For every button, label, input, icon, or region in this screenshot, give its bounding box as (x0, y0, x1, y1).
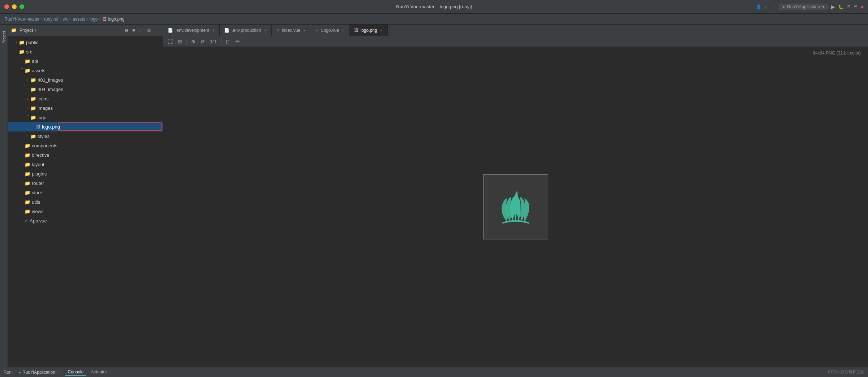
tab-index-vue-label: index.vue (282, 28, 300, 33)
tab-logo-vue-label: Logo.vue (321, 28, 339, 33)
user-icon[interactable]: 👤 (756, 4, 761, 9)
tab-env-dev-close[interactable]: × (211, 28, 215, 33)
close-button[interactable] (4, 4, 9, 9)
breadcrumb-sep-2: › (60, 17, 61, 22)
run-app-icon: ● (18, 370, 21, 374)
breadcrumb-ruoyi-ui[interactable]: ruoyi-ui (44, 17, 58, 22)
breadcrumb-assets[interactable]: assets (73, 17, 85, 22)
folder-401-icon: 📁 (30, 77, 36, 83)
bg-toggle-button[interactable]: ▢ (224, 38, 232, 45)
fit-all-button[interactable]: ⛶ (166, 38, 174, 45)
chevron-layout-icon: › (20, 162, 25, 166)
settings-icon[interactable]: ⚙ (147, 27, 151, 33)
traffic-lights (4, 4, 24, 9)
tab-logo-vue-close[interactable]: × (341, 28, 345, 33)
tree-label-directive: directive (32, 152, 49, 158)
tree-item-logo-png[interactable]: 🖼 logo.png (8, 122, 163, 131)
tab-actuator[interactable]: Actuator (88, 369, 110, 376)
tree-item-plugins[interactable]: › 📁 plugins (8, 169, 163, 178)
editor-area: 📄 .env.development × 📄 .env.production ×… (163, 25, 868, 367)
folder-logo-icon: 📁 (30, 115, 36, 120)
folder-images-icon: 📁 (30, 105, 36, 111)
main-layout: Project 📁 Project ▾ ⊕ ≡ ⇌ ⚙ — › 📁 (0, 25, 868, 367)
tab-logo-png-icon: 🖼 (354, 28, 358, 33)
debug-button[interactable]: 🐛 (838, 4, 843, 9)
tree-item-utils[interactable]: › 📁 utils (8, 197, 163, 207)
run-config-selector[interactable]: ● RuoYiApplication ▾ (779, 4, 828, 10)
tree-item-api[interactable]: › 📁 api (8, 56, 163, 66)
run-app-item[interactable]: ● RuoYiApplication × (18, 370, 59, 375)
profile-button[interactable]: ⏱ (846, 4, 851, 9)
tab-logo-png-label: logo.png (361, 28, 377, 33)
breadcrumb-logo-folder[interactable]: logo (90, 17, 98, 22)
chevron-logo-icon: › (26, 115, 30, 120)
tree-item-images[interactable]: › 📁 images (8, 103, 163, 113)
project-tab-label[interactable]: Project (0, 28, 8, 46)
image-toolbar: ⛶ ⊞ ⊕ ⊖ 1:1 ▢ ✏ (163, 36, 868, 47)
tree-item-logo-folder[interactable]: › 📁 logo (8, 113, 163, 122)
eyedropper-button[interactable]: ✏ (234, 38, 241, 45)
bottom-right-branding: CSDN @四氧和三铁 (828, 369, 864, 375)
tree-item-401-images[interactable]: › 📁 401_images (8, 75, 163, 84)
tree-item-directive[interactable]: › 📁 directive (8, 150, 163, 160)
more-button[interactable]: ☰ (854, 4, 858, 9)
image-info: 64x64 PNG (32-bit color) (813, 51, 861, 56)
breadcrumb-root[interactable]: RuoYi-Vue-master (4, 17, 40, 22)
tree-item-404-images[interactable]: › 📁 404_images (8, 84, 163, 94)
tree-item-views[interactable]: › 📁 views (8, 207, 163, 216)
tree-label-views: views (32, 209, 44, 214)
tree-label-logo-png: logo.png (42, 124, 60, 130)
tree-label-icons: icons (38, 96, 48, 101)
tree-item-layout[interactable]: › 📁 layout (8, 160, 163, 169)
folder-icon: 📁 (11, 27, 17, 33)
title-bar-right: 👤 ← → ● RuoYiApplication ▾ ▶ 🐛 ⏱ ☰ ■ (756, 4, 864, 10)
run-button[interactable]: ▶ (831, 4, 835, 10)
breadcrumb-file-icon: 🖼 (102, 17, 107, 22)
forward-icon[interactable]: → (772, 4, 776, 9)
tab-console[interactable]: Console (65, 369, 86, 376)
chevron-assets-icon: › (20, 68, 24, 73)
project-sidebar-tab[interactable]: Project (0, 25, 8, 367)
stop-button[interactable]: ■ (860, 4, 864, 10)
tab-logo-vue-icon: ✓ (315, 28, 319, 33)
tree-item-router[interactable]: › 📁 router (8, 178, 163, 188)
tree-label-assets: assets (32, 68, 46, 73)
tree-item-icons[interactable]: › 📁 icons (8, 94, 163, 103)
tab-index-vue-close[interactable]: × (302, 28, 306, 33)
tree-item-components[interactable]: › 📁 components (8, 141, 163, 150)
back-icon[interactable]: ← (764, 4, 769, 9)
tree-item-styles[interactable]: › 📁 styles (8, 131, 163, 141)
locate-icon[interactable]: ⊕ (124, 27, 129, 33)
tab-env-development[interactable]: 📄 .env.development × (163, 25, 220, 36)
maximize-button[interactable] (20, 4, 24, 9)
tree-item-assets[interactable]: › 📁 assets (8, 66, 163, 75)
tree-item-store[interactable]: › 📁 store (8, 188, 163, 197)
file-tree: › 📁 public › 📁 src › 📁 api › (8, 36, 163, 367)
zoom-out-button[interactable]: ⊖ (199, 38, 206, 45)
tab-env-prod-label: .env.production (232, 28, 261, 33)
grid-button[interactable]: ⊞ (176, 38, 184, 45)
breadcrumb-src[interactable]: src (63, 17, 68, 22)
tab-env-production[interactable]: 📄 .env.production × (220, 25, 272, 36)
tab-logo-vue[interactable]: ✓ Logo.vue × (311, 25, 350, 36)
minimize-button[interactable] (12, 4, 17, 9)
minimize-panel-icon[interactable]: — (155, 27, 160, 33)
tree-item-public[interactable]: › 📁 public (8, 38, 163, 47)
run-config-icon: ● (782, 4, 785, 9)
tree-header-icons: ⊕ ≡ ⇌ ⚙ — (124, 27, 160, 33)
tab-logo-png-close[interactable]: × (379, 28, 383, 33)
filter-icon[interactable]: ⇌ (139, 27, 143, 33)
run-app-close[interactable]: × (57, 370, 59, 374)
tab-index-vue[interactable]: ✓ index.vue × (272, 25, 311, 36)
tab-logo-png[interactable]: 🖼 logo.png × (350, 25, 388, 36)
tree-label-app-vue: App.vue (30, 218, 47, 224)
file-vue-icon: ✓ (25, 218, 28, 223)
collapse-icon[interactable]: ≡ (132, 27, 135, 33)
chevron-directive-icon: › (20, 153, 25, 157)
tree-item-app-vue[interactable]: ✓ App.vue (8, 216, 163, 225)
tab-env-prod-close[interactable]: × (263, 28, 267, 33)
zoom-in-button[interactable]: ⊕ (190, 38, 197, 45)
tree-item-src[interactable]: › 📁 src (8, 47, 163, 56)
zoom-actual-button[interactable]: 1:1 (209, 38, 218, 45)
folder-components-icon: 📁 (25, 143, 30, 148)
